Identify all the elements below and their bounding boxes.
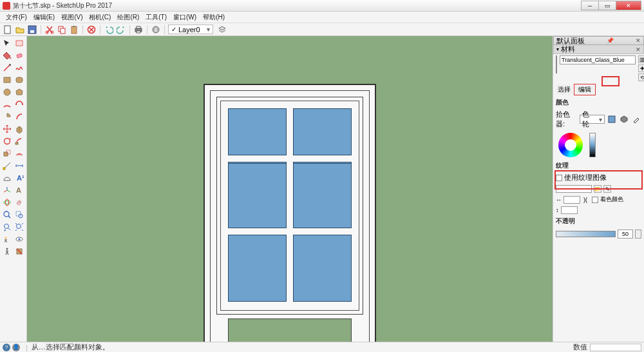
followme-tool-icon[interactable] — [14, 135, 25, 146]
colorize-checkbox[interactable] — [592, 197, 598, 203]
match-screen-icon[interactable] — [607, 114, 617, 125]
print-icon[interactable] — [133, 24, 144, 35]
opacity-slider[interactable] — [556, 231, 616, 237]
match-model-icon[interactable] — [619, 114, 629, 125]
layer-select[interactable]: ✓ Layer0 — [168, 24, 213, 34]
undo-icon[interactable] — [104, 24, 114, 35]
cut-icon[interactable] — [44, 24, 55, 35]
offset-tool-icon[interactable] — [14, 148, 25, 159]
circle-tool-icon[interactable] — [1, 86, 12, 97]
svg-point-19 — [4, 89, 10, 95]
rect-tool-icon[interactable] — [1, 74, 12, 85]
tex-height-input[interactable] — [561, 206, 578, 214]
lower-panel — [228, 318, 352, 342]
materials-close-icon[interactable]: ✕ — [636, 46, 641, 53]
new-icon[interactable] — [3, 24, 13, 35]
panel-header-tray[interactable]: 默认面板 📌 ✕ — [553, 36, 644, 45]
move-tool-icon[interactable] — [1, 123, 12, 134]
tape-tool-icon[interactable] — [1, 160, 12, 171]
rrect-tool-icon[interactable] — [14, 74, 25, 85]
line-tool-icon[interactable] — [1, 62, 12, 73]
model-info-icon[interactable] — [151, 24, 161, 35]
value-label: 数值 — [573, 342, 587, 352]
save-icon[interactable] — [27, 24, 37, 35]
dimension-tool-icon[interactable] — [14, 160, 25, 171]
texture-file-input[interactable] — [556, 185, 592, 193]
svg-rect-12 — [137, 31, 140, 33]
freehand-tool-icon[interactable] — [14, 62, 25, 73]
maximize-button[interactable]: ▭ — [598, 1, 616, 10]
tray-close-icon[interactable]: ✕ — [636, 37, 641, 44]
help-icon[interactable]: ? — [3, 344, 10, 351]
zoom-extents-icon[interactable] — [14, 221, 25, 232]
select-tool-icon[interactable] — [1, 37, 12, 48]
section-tool-icon[interactable] — [14, 246, 25, 257]
3dtext-tool-icon[interactable]: A — [14, 184, 25, 195]
look-around-icon[interactable] — [14, 233, 25, 244]
window-model — [204, 84, 376, 342]
edit-texture-icon[interactable]: ✎ — [603, 185, 611, 193]
use-texture-checkbox[interactable] — [556, 175, 562, 181]
tab-select[interactable]: 选择 — [556, 84, 573, 95]
paint-bucket-icon[interactable] — [1, 50, 12, 61]
arc3-tool-icon[interactable] — [14, 111, 25, 122]
glass-pane — [228, 108, 287, 155]
scale-tool-icon[interactable] — [1, 148, 12, 159]
arc-tool-icon[interactable] — [1, 99, 12, 110]
3d-viewport[interactable] — [27, 36, 553, 342]
menu-draw[interactable]: 绘图(R) — [114, 13, 142, 22]
text-tool-icon[interactable]: A¹ — [14, 172, 25, 183]
menu-view[interactable]: 视图(V) — [58, 13, 86, 22]
set-default-icon[interactable]: ⟲ — [638, 73, 644, 81]
rotate-tool-icon[interactable] — [1, 135, 12, 146]
polygon-tool-icon[interactable] — [14, 86, 25, 97]
walk-icon[interactable] — [1, 246, 12, 257]
value-slider[interactable] — [589, 133, 596, 157]
menu-file[interactable]: 文件(F) — [3, 13, 30, 22]
position-camera-icon[interactable] — [1, 233, 12, 244]
material-swatch[interactable] — [556, 55, 557, 73]
protractor-tool-icon[interactable] — [1, 172, 12, 183]
minimize-button[interactable]: ─ — [581, 1, 599, 10]
layer-manager-icon[interactable] — [217, 24, 227, 35]
zoom-prev-icon[interactable] — [1, 221, 12, 232]
redo-icon[interactable] — [116, 24, 126, 35]
tex-width-input[interactable] — [564, 196, 580, 204]
arc2-tool-icon[interactable] — [14, 99, 25, 110]
menu-tools[interactable]: 工具(T) — [142, 13, 170, 22]
pan-tool-icon[interactable] — [14, 197, 25, 208]
display-2nd-pane-icon[interactable]: ▥ — [638, 55, 644, 63]
pie-tool-icon[interactable] — [1, 111, 12, 122]
color-wheel[interactable] — [558, 133, 583, 157]
eraser-icon[interactable] — [14, 50, 25, 61]
copy-icon[interactable] — [57, 24, 67, 35]
user-icon[interactable]: 👤 — [12, 344, 20, 351]
paste-icon[interactable] — [69, 24, 79, 35]
open-icon[interactable] — [15, 24, 25, 35]
tray-pin-icon[interactable]: 📌 — [607, 37, 614, 44]
eyedropper-icon[interactable] — [631, 114, 641, 125]
zoom-tool-icon[interactable] — [1, 209, 12, 220]
opacity-spinner[interactable] — [635, 230, 641, 239]
close-button[interactable]: ✕ — [616, 1, 641, 10]
zoom-window-icon[interactable] — [14, 209, 25, 220]
colorize-label: 着色颜色 — [600, 195, 623, 204]
panel-header-materials[interactable]: 材料 ✕ — [553, 45, 644, 54]
orbit-tool-icon[interactable] — [1, 197, 12, 208]
pushpull-tool-icon[interactable] — [14, 123, 25, 134]
menu-camera[interactable]: 相机(C) — [86, 13, 114, 22]
delete-icon[interactable] — [86, 24, 97, 35]
menu-edit[interactable]: 编辑(E) — [30, 13, 58, 22]
opacity-input[interactable] — [618, 230, 633, 239]
menu-help[interactable]: 帮助(H) — [200, 13, 228, 22]
value-input[interactable] — [590, 344, 641, 351]
svg-rect-33 — [16, 211, 21, 216]
make-component-icon[interactable] — [14, 37, 25, 48]
tab-edit[interactable]: 编辑 — [574, 84, 596, 95]
material-name-input[interactable] — [560, 55, 636, 64]
picker-select[interactable]: 色轮 — [580, 115, 605, 124]
create-material-icon[interactable]: ✚ — [638, 64, 644, 72]
axes-tool-icon[interactable] — [1, 184, 12, 195]
menu-window[interactable]: 窗口(W) — [170, 13, 200, 22]
browse-icon[interactable]: 📂 — [594, 185, 601, 193]
